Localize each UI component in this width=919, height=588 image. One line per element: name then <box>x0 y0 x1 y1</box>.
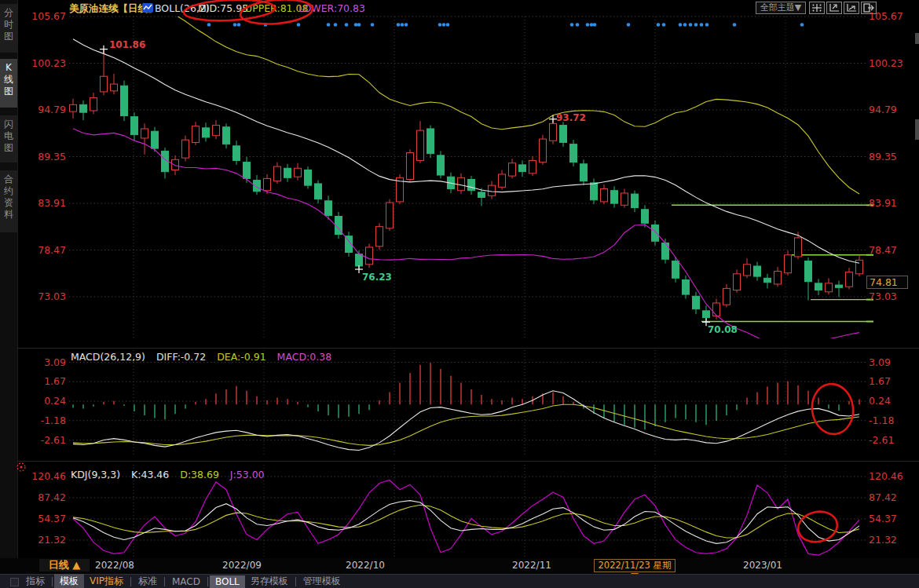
macd-axis-label: -2.61 <box>22 434 66 447</box>
price-axis-label: 83.91 <box>22 197 66 210</box>
sidebar-tab-kline-chart[interactable]: K线图 <box>0 59 17 108</box>
toolbar-tab-macd[interactable]: MACD <box>167 575 206 588</box>
time-axis-label: 2023/01 <box>731 560 794 571</box>
toolbar-tab-templates[interactable]: 模板 <box>54 574 84 588</box>
scrollbar-thumb[interactable] <box>915 119 919 140</box>
macd-axis-label: -1.18 <box>22 415 66 427</box>
scale-right-icon[interactable] <box>844 2 859 14</box>
toolbar-tab-vip-indicators[interactable]: VIP指标 <box>84 574 129 588</box>
time-axis-label: 2022/10 <box>334 560 397 571</box>
time-axis-label: 2022/11 <box>500 560 563 571</box>
macd-title[interactable]: MACD(26,12,9) <box>71 351 145 363</box>
toolbar-tab-standard[interactable]: 标准 <box>133 574 163 588</box>
bottom-toolbar: 指标 模板 VIP指标 标准 MACD BOLL 另存模板 管理模板 <box>0 574 919 588</box>
macd-axis-label: 1.67 <box>869 375 891 388</box>
mini-chart-icon <box>142 3 153 15</box>
kdj-axis-label: 54.37 <box>869 513 897 525</box>
boll-lower-value: LOWER:70.83 <box>298 2 365 14</box>
current-price-badge: 74.81 <box>866 276 908 289</box>
high-price-label: 93.72 <box>556 112 586 123</box>
sidebar-tab-time-chart[interactable]: 分时图 <box>0 4 17 53</box>
kdj-axis-label: 21.32 <box>869 534 897 546</box>
toolbar-separator <box>130 577 131 586</box>
price-axis-label: 73.03 <box>22 290 66 303</box>
price-axis-label: 94.79 <box>22 104 66 116</box>
time-axis: 日线 ▲ 2022/08 2022/09 2022/10 2022/11 202… <box>0 558 919 575</box>
toolbar-separator <box>207 577 208 586</box>
kdj-axis-label: 54.37 <box>22 513 66 525</box>
kdj-axis-label: 87.42 <box>22 491 66 504</box>
macd-macd-value: MACD:0.38 <box>277 351 332 363</box>
price-axis-label: 73.03 <box>869 290 897 303</box>
toolbar-separator <box>164 577 165 586</box>
price-axis-label: 78.47 <box>22 244 66 257</box>
toolbar-tab-save-template[interactable]: 另存模板 <box>245 574 294 588</box>
toolbar-tab-indicators[interactable]: 指标 <box>20 574 50 588</box>
kdj-k-value: K:43.46 <box>131 469 169 480</box>
panel-divider <box>17 461 919 462</box>
macd-axis-label: 1.67 <box>22 375 66 388</box>
theme-dropdown-button[interactable]: 全部主题▼ <box>756 2 806 14</box>
price-axis-label: 94.79 <box>869 104 897 116</box>
macd-axis-label: -1.18 <box>869 415 894 427</box>
macd-axis-label: 0.24 <box>22 395 66 407</box>
kdj-title[interactable]: KDJ(9,3,3) <box>71 469 120 480</box>
macd-axis-label: 3.09 <box>22 356 66 369</box>
toolbar-separator <box>52 577 53 586</box>
kdj-header: KDJ(9,3,3) K:43.46 D:38.69 J:53.00 <box>71 469 273 480</box>
sidebar: 分时图 K线图 闪电图 合约资料 <box>0 0 18 588</box>
crosshair-date-badge: 2022/11/23 星期三 <box>594 559 676 572</box>
kdj-axis-label: 120.46 <box>869 470 903 483</box>
kdj-axis-label: 120.46 <box>22 470 66 483</box>
price-axis-label: 105.67 <box>869 10 903 23</box>
time-axis-label: 2022/08 <box>83 560 146 571</box>
sidebar-tab-contract-info[interactable]: 合约资料 <box>0 170 17 232</box>
main-chart-canvas[interactable] <box>0 0 919 588</box>
toolbar-separator <box>295 577 296 586</box>
kdj-d-value: D:38.69 <box>180 469 219 480</box>
time-axis-label: 2022/09 <box>211 560 273 571</box>
low-price-label: 76.23 <box>362 272 392 283</box>
low-price-label: 70.08 <box>708 324 738 335</box>
boll-mid-value: MID:75.95 <box>198 2 248 14</box>
price-axis-label: 100.23 <box>22 57 66 70</box>
macd-header: MACD(26,12,9) DIFF:-0.72 DEA:-0.91 MACD:… <box>71 351 339 363</box>
price-axis-label: 89.35 <box>22 151 66 163</box>
macd-axis-label: 0.24 <box>869 395 891 407</box>
trading-app-window: 分时图 K线图 闪电图 合约资料 美原油连续【日线】 BOLL(26,2) MI… <box>0 0 919 588</box>
price-axis-label: 105.67 <box>22 10 66 23</box>
price-axis-label: 78.47 <box>869 244 897 257</box>
period-dropdown-button[interactable]: 日线 ▲ <box>39 559 90 572</box>
toolbar-tab-manage-templates[interactable]: 管理模板 <box>298 574 346 588</box>
price-axis-label: 83.91 <box>869 197 897 210</box>
panel-divider <box>17 348 919 349</box>
scrollbar-thumb[interactable] <box>915 33 919 44</box>
high-price-label: 101.86 <box>109 39 145 50</box>
scale-up-icon[interactable] <box>826 2 842 14</box>
macd-dea-value: DEA:-0.91 <box>217 351 265 363</box>
price-axis-label: 100.23 <box>869 57 903 70</box>
sidebar-tab-flash-chart[interactable]: 闪电图 <box>0 115 17 163</box>
kdj-axis-label: 87.42 <box>869 491 897 504</box>
toolbar-grip[interactable] <box>10 578 19 586</box>
macd-diff-value: DIFF:-0.72 <box>156 351 206 363</box>
toolbar-tab-boll[interactable]: BOLL <box>210 575 245 588</box>
kdj-axis-label: 21.32 <box>22 534 66 546</box>
macd-axis-label: 3.09 <box>869 356 891 369</box>
macd-axis-label: -2.61 <box>869 434 894 447</box>
kdj-j-value: J:53.00 <box>230 469 265 480</box>
price-axis-label: 89.35 <box>869 151 897 163</box>
compress-icon[interactable] <box>809 2 825 14</box>
